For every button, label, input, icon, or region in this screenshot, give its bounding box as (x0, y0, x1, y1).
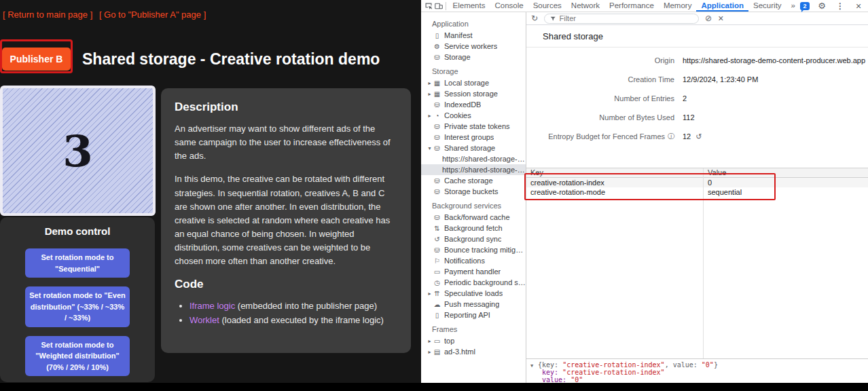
tab-console[interactable]: Console (490, 0, 528, 12)
sidebar-item-storage[interactable]: Storage (421, 52, 526, 62)
sidebar-item-manifest[interactable]: Manifest (421, 30, 526, 41)
database-icon (433, 177, 441, 185)
sidebar-item-service-workers[interactable]: Service workers (421, 41, 526, 52)
database-icon (433, 123, 441, 130)
sidebar-item-storage-buckets[interactable]: Storage buckets (421, 186, 526, 197)
sidebar-item-shared-storage[interactable]: Shared storage (421, 143, 526, 153)
chevron-down-icon[interactable] (427, 145, 433, 151)
reset-budget-icon[interactable] (695, 132, 702, 141)
iframe-logic-link[interactable]: Iframe logic (189, 301, 235, 311)
sidebar-item-push-messaging[interactable]: Push messaging (421, 299, 526, 310)
grid-header: Key Value (526, 168, 868, 178)
database-icon (433, 214, 441, 221)
meta-row-bytes-used: Number of Bytes Used 112 (526, 108, 868, 127)
chevron-right-icon[interactable] (427, 338, 433, 344)
sidebar-section-frames: Frames (421, 320, 526, 335)
expand-arrow-icon[interactable] (530, 362, 538, 370)
demo-control-panel: Demo control Set rotation mode to "Seque… (0, 217, 155, 382)
chevron-right-icon[interactable] (427, 91, 433, 97)
set-weighted-distribution-button[interactable]: Set rotation mode to "Weighted distribut… (25, 336, 130, 377)
worklet-link[interactable]: Worklet (189, 315, 219, 325)
devtools-tabbar: Elements Console Sources Network Perform… (421, 0, 868, 12)
publisher-a-page-link[interactable]: [ Go to "Publisher A" page ] (99, 10, 206, 20)
sidebar-item-reporting-api[interactable]: Reporting API (421, 310, 526, 320)
screen: [ Return to main page ] [ Go to "Publish… (0, 0, 868, 391)
bullet-rest: (embedded into the publisher page) (235, 301, 377, 311)
tab-memory[interactable]: Memory (659, 0, 697, 12)
settings-gear-icon[interactable] (816, 1, 828, 12)
meta-row-entries: Number of Entries 2 (526, 89, 868, 108)
column-header-key[interactable]: Key (526, 168, 703, 177)
table-icon (433, 79, 441, 87)
entry-preview-pane: {key: "creative-rotation-index", value: … (526, 358, 868, 383)
chevron-right-icon[interactable] (427, 291, 433, 297)
sidebar-item-frame-top[interactable]: top (421, 335, 526, 346)
sidebar-item-notifications[interactable]: Notifications (421, 255, 526, 266)
issues-counter-icon[interactable]: 2 (800, 2, 810, 10)
tab-security[interactable]: Security (748, 0, 786, 12)
column-header-value[interactable]: Value (703, 168, 868, 177)
filter-box (544, 14, 699, 24)
sidebar-item-frame-ad3[interactable]: ad-3.html (421, 346, 526, 357)
sidebar-item-periodic-background-sync[interactable]: Periodic background s… (421, 277, 526, 288)
tab-network[interactable]: Network (566, 0, 604, 12)
return-main-page-link[interactable]: [ Return to main page ] (3, 10, 92, 20)
up-down-arrows-icon (433, 225, 441, 232)
kebab-menu-icon[interactable] (834, 1, 846, 12)
sidebar-item-interest-groups[interactable]: Interest groups (421, 132, 526, 143)
demo-control-title: Demo control (0, 225, 155, 237)
device-toolbar-icon[interactable] (433, 1, 443, 12)
chevron-right-icon[interactable] (427, 113, 433, 119)
set-even-distribution-button[interactable]: Set rotation mode to "Even distribution"… (25, 286, 130, 327)
application-sidebar: Application Manifest Service workers Sto… (421, 12, 526, 383)
devtools-body: Application Manifest Service workers Sto… (421, 12, 868, 383)
ad-creative-frame[interactable]: 3 (0, 86, 156, 216)
close-devtools-icon[interactable] (852, 1, 865, 12)
sidebar-item-shared-storage-origin-1[interactable]: https://shared-storage-d… (421, 153, 526, 164)
sidebar-item-background-fetch[interactable]: Background fetch (421, 223, 526, 234)
chevron-right-icon[interactable] (427, 349, 433, 355)
tab-application[interactable]: Application (696, 0, 748, 12)
tab-performance[interactable]: Performance (604, 0, 659, 12)
panel-toolbar (526, 12, 868, 25)
sidebar-item-bounce-tracking[interactable]: Bounce tracking mitiga… (421, 244, 526, 255)
tab-elements[interactable]: Elements (448, 0, 490, 12)
sidebar-item-cookies[interactable]: Cookies (421, 110, 526, 121)
column-divider[interactable] (703, 168, 704, 358)
bullet-rest: (loaded and executed by the iframe logic… (219, 315, 384, 325)
delete-selected-icon[interactable] (718, 13, 723, 24)
publisher-b-button[interactable]: Publisher B (2, 48, 71, 71)
database-icon (433, 134, 441, 141)
sidebar-item-local-storage[interactable]: Local storage (421, 77, 526, 88)
filter-input[interactable] (559, 14, 693, 22)
tab-sources[interactable]: Sources (528, 0, 566, 12)
description-paragraph-1: An advertiser may want to show different… (175, 122, 397, 163)
database-icon (433, 188, 441, 196)
sidebar-item-session-storage[interactable]: Session storage (421, 88, 526, 99)
sidebar-item-cache-storage[interactable]: Cache storage (421, 175, 526, 186)
chevron-right-icon[interactable] (427, 80, 433, 86)
table-row-rotation-mode[interactable]: creative-rotation-mode sequential (526, 187, 868, 197)
inspect-element-icon[interactable] (424, 1, 433, 12)
sidebar-item-back-forward-cache[interactable]: Back/forward cache (421, 212, 526, 223)
sync-arrow-icon (433, 236, 441, 243)
set-sequential-button[interactable]: Set rotation mode to "Sequential" (25, 248, 130, 278)
sidebar-item-shared-storage-origin-2[interactable]: https://shared-storage-d… (421, 164, 526, 175)
funnel-icon (550, 16, 556, 22)
refresh-icon[interactable] (531, 14, 538, 23)
page-header: Publisher B Shared storage - Creative ro… (0, 42, 380, 76)
sidebar-section-storage: Storage (421, 62, 526, 77)
sidebar-item-private-state-tokens[interactable]: Private state tokens (421, 121, 526, 132)
sidebar-section-background-services: Background services (421, 197, 526, 212)
database-icon (433, 145, 441, 152)
sidebar-item-indexeddb[interactable]: IndexedDB (421, 99, 526, 110)
sidebar-item-payment-handler[interactable]: Payment handler (421, 266, 526, 277)
iframe-icon (433, 348, 441, 356)
sidebar-item-background-sync[interactable]: Background sync (421, 234, 526, 244)
sidebar-item-speculative-loads[interactable]: Speculative loads (421, 288, 526, 299)
table-row-rotation-index[interactable]: creative-rotation-index 0 (526, 178, 868, 187)
clear-icon[interactable] (705, 14, 712, 23)
top-links: [ Return to main page ] [ Go to "Publish… (3, 10, 210, 20)
list-item: Worklet (loaded and executed by the ifra… (189, 314, 397, 328)
more-tabs-button[interactable] (786, 0, 800, 12)
